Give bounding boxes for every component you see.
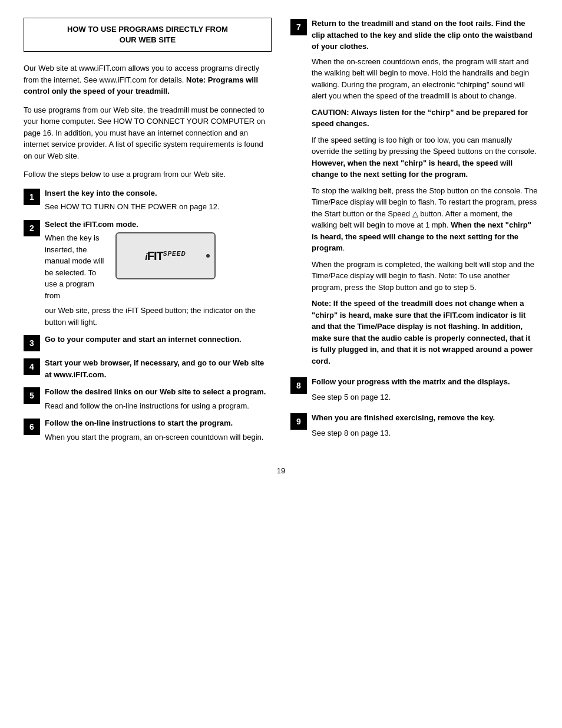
intro-para3: Follow the steps below to use a program … — [24, 169, 272, 180]
left-column: HOW TO USE PROGRAMS DIRECTLY FROM OUR WE… — [24, 18, 272, 449]
step-2-image-area: When the key is inserted, the manual mod… — [45, 232, 272, 301]
step-4-number: 4 — [24, 358, 40, 375]
step-7-body1: When the on-screen countdown ends, the p… — [312, 56, 538, 367]
step-5-content: Follow the desired links on our Web site… — [40, 386, 272, 411]
step-6-number: 6 — [24, 419, 40, 435]
step-3-row: 3 Go to your computer and start an inter… — [24, 334, 272, 351]
ifit-logo: iFITSPEED — [145, 249, 186, 263]
step-1-title: Insert the key into the console. — [45, 187, 272, 199]
step-7-note: Note: If the speed of the treadmill does… — [312, 298, 538, 367]
step-3-number: 3 — [24, 335, 40, 351]
header-box: HOW TO USE PROGRAMS DIRECTLY FROM OUR WE… — [24, 18, 272, 52]
ifit-display-dot — [206, 254, 210, 258]
intro-para2: To use programs from our Web site, the t… — [24, 104, 272, 162]
intro-para1: Our Web site at www.iFIT.com allows you … — [24, 62, 272, 97]
step-3-title: Go to your computer and start an interne… — [45, 334, 272, 345]
step-3-content: Go to your computer and start an interne… — [40, 334, 272, 345]
step-5-number: 5 — [24, 387, 40, 404]
step-7-number: 7 — [290, 19, 307, 35]
step-1-row: 1 Insert the key into the console. See H… — [24, 187, 272, 213]
step-7-caution: CAUTION: Always listen for the “chirp” a… — [312, 107, 538, 130]
step-9-content: When you are finished exercising, remove… — [307, 412, 538, 439]
step-6-title: Follow the on-line instructions to start… — [45, 417, 272, 429]
ifit-logo-fit: FIT — [147, 249, 163, 262]
step-9-body: See step 8 on page 13. — [312, 427, 538, 439]
step-1-number: 1 — [24, 189, 40, 205]
step-8-body: See step 5 on page 12. — [312, 391, 538, 403]
step-7-row: 7 Return to the treadmill and stand on t… — [290, 18, 538, 367]
page-number: 19 — [24, 466, 538, 475]
ifit-display-image: iFITSPEED — [115, 232, 216, 279]
step-4-row: 4 Start your web browser, if necessary, … — [24, 357, 272, 380]
header-title: HOW TO USE PROGRAMS DIRECTLY FROM OUR WE… — [32, 24, 263, 45]
step-2-row: 2 Select the iFIT.com mode. When the key… — [24, 219, 272, 328]
step-9-number: 9 — [290, 413, 307, 430]
step-7-para2: If the speed setting is too high or too … — [312, 134, 538, 180]
step-9-title: When you are finished exercising, remove… — [312, 412, 538, 424]
step-8-content: Follow your progress with the matrix and… — [307, 376, 538, 403]
step-7-title: Return to the treadmill and stand on the… — [312, 18, 538, 52]
step-8-number: 8 — [290, 377, 307, 394]
step-1-body: See HOW TO TURN ON THE POWER on page 12. — [45, 201, 272, 213]
step-5-body: Read and follow the on-line instructions… — [45, 400, 272, 412]
ifit-logo-speed: SPEED — [163, 251, 186, 257]
step-9-row: 9 When you are finished exercising, remo… — [290, 412, 538, 439]
step-1-content: Insert the key into the console. See HOW… — [40, 187, 272, 213]
step-2-body-below: our Web site, press the iFIT Speed butto… — [45, 305, 272, 328]
right-column: 7 Return to the treadmill and stand on t… — [290, 18, 538, 449]
step-7-content: Return to the treadmill and stand on the… — [307, 18, 538, 367]
step-2-title: Select the iFIT.com mode. — [45, 219, 272, 230]
step-2-text-left: When the key is inserted, the manual mod… — [45, 232, 110, 301]
two-column-layout: HOW TO USE PROGRAMS DIRECTLY FROM OUR WE… — [24, 18, 538, 449]
step-5-title: Follow the desired links on our Web site… — [45, 386, 272, 398]
step-2-number: 2 — [24, 220, 40, 236]
step-8-title: Follow your progress with the matrix and… — [312, 376, 538, 388]
step-6-row: 6 Follow the on-line instructions to sta… — [24, 417, 272, 443]
step-7-para1: When the on-screen countdown ends, the p… — [312, 56, 538, 102]
step-6-body: When you start the program, an on-screen… — [45, 431, 272, 443]
step-7-para4: When the program is completed, the walki… — [312, 259, 538, 294]
step-5-row: 5 Follow the desired links on our Web si… — [24, 386, 272, 411]
step-2-content: Select the iFIT.com mode. When the key i… — [40, 219, 272, 328]
step-6-content: Follow the on-line instructions to start… — [40, 417, 272, 443]
step-7-para3: To stop the walking belt, press the Stop… — [312, 185, 538, 254]
step-4-content: Start your web browser, if necessary, an… — [40, 357, 272, 380]
step-8-row: 8 Follow your progress with the matrix a… — [290, 376, 538, 403]
page: HOW TO USE PROGRAMS DIRECTLY FROM OUR WE… — [0, 0, 562, 728]
step-4-title: Start your web browser, if necessary, an… — [45, 357, 272, 380]
